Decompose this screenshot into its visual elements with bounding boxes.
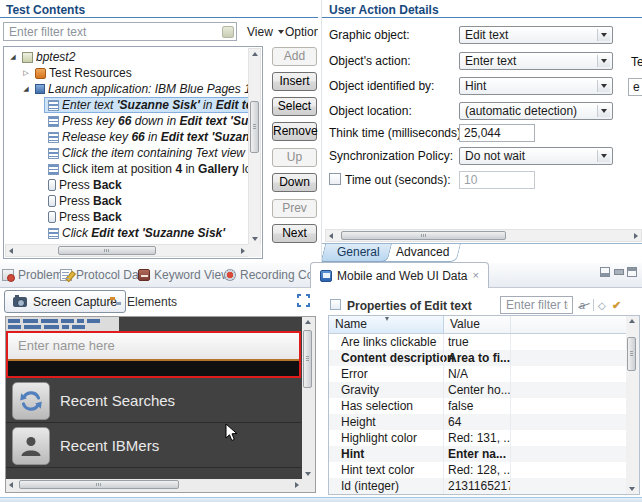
scroll-up-icon[interactable] [305,320,311,324]
scroll-up-icon[interactable] [629,319,635,323]
view-menu-label: View [247,25,273,39]
tree-item[interactable]: Click Edit text 'Suzanne Sisk' [5,225,249,241]
property-row[interactable]: Height64 [329,414,626,430]
scroll-left-icon[interactable] [9,248,13,254]
property-row[interactable]: Content descriptionArea to fi... [329,350,626,366]
property-row[interactable]: Id (integer)2131165217 [329,478,626,494]
close-tab-icon[interactable]: × [473,270,479,281]
object-identified-by-select[interactable]: Hint [459,77,613,95]
property-row[interactable]: Are links clickabletrue [329,334,626,350]
verify-checkmark-icon[interactable]: ✔ [612,299,621,312]
capture-vertical-scrollbar[interactable] [302,317,315,479]
property-value: true [448,334,510,350]
tree-item[interactable]: Press Back [5,177,249,193]
form-horizontal-scrollbar[interactable] [325,229,642,242]
select-button[interactable]: Select [272,97,317,116]
capture-horizontal-scrollbar[interactable] [6,479,302,492]
scroll-right-icon[interactable] [295,482,299,488]
property-row[interactable]: Highlight colorRed: 131, ... [329,430,626,446]
property-row[interactable]: ErrorN/A [329,366,626,382]
collapse-toggle-icon[interactable]: ◢ [21,85,31,93]
scrollbar-thumb[interactable] [250,101,259,153]
tree-item[interactable]: ▷Test Resources [5,65,249,81]
scroll-right-icon[interactable] [634,233,638,239]
scroll-down-icon[interactable] [305,472,311,476]
view-tab-mobile-and-web-ui-data[interactable]: Mobile and Web UI Data × [310,262,489,288]
next-button[interactable]: Next [272,224,317,243]
graphic-object-select[interactable]: Edit text [459,26,613,44]
scrollbar-thumb[interactable] [303,330,312,388]
clear-filter-icon[interactable] [222,26,234,38]
view-tab-protocol-data[interactable]: Protocol Data [60,263,149,287]
restore-view-icon[interactable] [600,267,610,277]
user-action-details-panel: User Action Details Te e General Advance… [321,0,642,262]
view-menu-button[interactable]: View [247,25,284,39]
tree-item[interactable]: Press Back [5,193,249,209]
column-header-value[interactable]: Value [444,316,511,333]
screen-capture-tab[interactable]: Screen Capture [4,290,126,313]
highlighted-edit-text[interactable]: Enter name here [6,331,301,378]
elements-tab[interactable]: Elements [110,292,177,312]
chevron-down-icon [597,55,610,67]
column-header-name[interactable]: Name [329,316,444,333]
tab-general[interactable]: General [325,244,392,262]
object-s-action-select[interactable]: Enter text [459,52,613,70]
tree-item[interactable]: Click item at position 4 in Gallery loca… [5,161,249,177]
tree-item[interactable]: Press key 66 down in Edit text 'Suzanne … [5,113,249,129]
remove-button[interactable]: Remove [272,122,317,141]
tree-item[interactable]: ◢bptest2 [5,49,249,65]
view-tab-problems[interactable]: Problems [2,263,69,287]
tree-filter-input[interactable] [3,22,237,41]
view-tab-keyword-view[interactable]: Keyword View [138,263,230,287]
diamond-icon[interactable]: ◇ [598,300,606,311]
object-location-select[interactable]: (automatic detection) [459,102,613,120]
phone-status-bar [6,317,119,332]
scrollbar-thumb[interactable] [627,337,636,371]
scrollbar-thumb[interactable] [58,246,156,255]
property-row[interactable]: HintEnter na... [329,446,626,462]
properties-table: Name Value Are links clickabletrueConten… [328,315,640,495]
tree-item[interactable]: ◢Launch application: IBM Blue Pages 1.0 [5,81,249,97]
tree-item[interactable]: Press Back [5,209,249,225]
scroll-down-icon[interactable] [629,487,635,491]
property-row[interactable]: Hint text colorRed: 128, ... [329,462,626,478]
tree-item[interactable]: Release key 66 in Edit text 'Suzanne Sis… [5,129,249,145]
insert-button[interactable]: Insert [272,72,317,91]
down-button[interactable]: Down [272,173,317,192]
section-toggle-icon[interactable] [330,299,341,310]
scrollbar-thumb[interactable] [341,231,506,240]
tree-item-selected[interactable]: Enter text 'Suzanne Sisk' in Edit text w… [5,97,249,113]
think-time-milliseconds-input[interactable]: 25,044 [459,124,535,142]
tree-item[interactable]: Click the item containing Text view 'Suz… [5,145,249,161]
options-menu-button[interactable]: Options [285,25,318,39]
scroll-up-icon[interactable] [252,52,258,56]
side-field-input[interactable]: e [628,78,642,96]
collapse-toggle-icon[interactable]: ◢ [8,53,18,61]
scrollbar-thumb[interactable] [19,480,179,489]
phone-name-field[interactable]: Enter name here [8,333,299,359]
scroll-left-icon[interactable] [329,233,333,239]
phone-list-item[interactable]: Recent Searches [6,379,301,423]
properties-filter-input[interactable] [500,296,573,314]
maximize-view-icon[interactable] [627,267,637,277]
expand-toggle-icon[interactable]: ▷ [21,69,31,77]
scroll-down-icon[interactable] [252,237,258,241]
tree-vertical-scrollbar[interactable] [248,48,261,245]
properties-vertical-scrollbar[interactable] [626,316,639,494]
property-row[interactable]: Has selectionfalse [329,398,626,414]
scroll-right-icon[interactable] [241,248,245,254]
field-label: Think time (milliseconds): [329,126,464,140]
phone-list-item[interactable]: Recent IBMers [6,424,301,468]
synchronization-policy-select[interactable]: Do not wait [459,147,613,165]
tab-advanced[interactable]: Advanced [384,244,461,262]
property-row[interactable]: GravityCenter ho... [329,382,626,398]
fit-to-window-icon[interactable] [297,294,310,307]
highlight-text-icon[interactable]: a [579,299,590,311]
tree-horizontal-scrollbar[interactable] [5,244,249,257]
minimize-view-icon[interactable] [614,267,624,277]
tree-item-label: Press Back [59,194,122,208]
list-item-label: Recent IBMers [60,424,159,468]
timeout-checkbox[interactable] [329,173,341,185]
scroll-left-icon[interactable] [9,482,13,488]
combo-value: Do not wait [465,149,525,163]
